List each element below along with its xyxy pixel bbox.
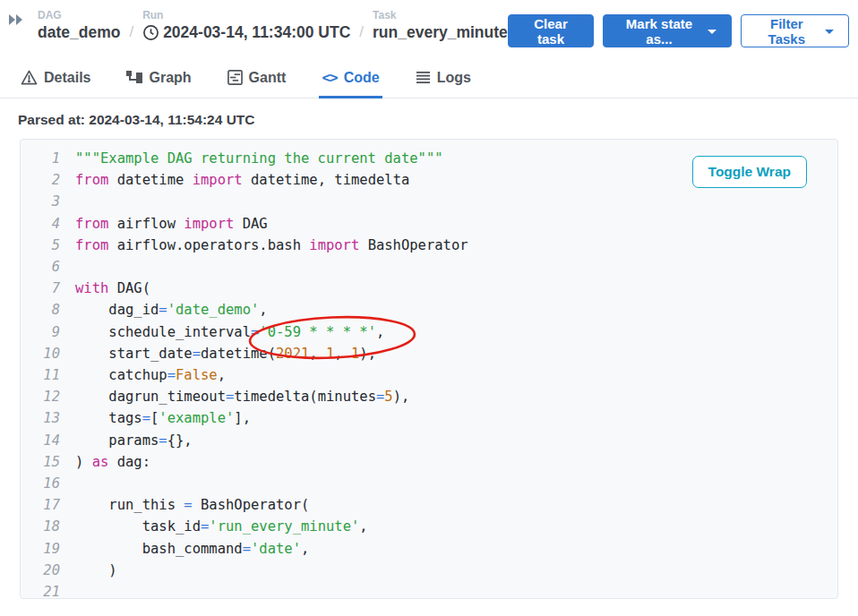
line-number: 6: [28, 256, 60, 278]
line-number: 16: [28, 473, 60, 494]
code-brackets-icon: <>: [322, 69, 337, 86]
page-header: DAG date_demo / Run 2024-03-14, 11:34:00…: [0, 0, 858, 47]
line-number: 19: [28, 538, 60, 560]
toggle-wrap-button[interactable]: Toggle Wrap: [692, 156, 807, 188]
line-number: 2: [28, 169, 60, 191]
breadcrumb: DAG date_demo / Run 2024-03-14, 11:34:00…: [7, 9, 508, 42]
line-number: 18: [28, 516, 60, 537]
line-number: 3: [28, 191, 60, 212]
chevron-down-icon: [708, 30, 716, 34]
tab-code-label: Code: [344, 70, 380, 86]
log-lines-icon: [416, 71, 431, 84]
code-line-text: params={},: [75, 430, 193, 451]
code-panel: 1"""Example DAG returning the current da…: [20, 139, 838, 599]
code-line: 10 start_date=datetime(2021, 1, 1),: [28, 343, 837, 364]
breadcrumb-run[interactable]: Run 2024-03-14, 11:34:00 UTC: [142, 9, 350, 42]
line-number: 4: [28, 213, 60, 235]
line-number: 13: [28, 407, 60, 429]
code-line: 4from airflow import DAG: [28, 213, 837, 235]
line-number: 17: [28, 494, 60, 516]
code-line-text: tags=['example'],: [75, 407, 251, 429]
dag-label: DAG: [38, 9, 120, 23]
gantt-chart-icon: [227, 70, 243, 85]
view-tabs: Details Graph Gantt <> Code Logs: [0, 62, 858, 98]
line-number: 5: [28, 235, 60, 256]
tab-code[interactable]: <> Code: [319, 62, 382, 98]
line-number: 11: [28, 364, 60, 386]
line-number: 1: [28, 148, 60, 169]
parsed-at-timestamp: Parsed at: 2024-03-14, 11:54:24 UTC: [18, 112, 858, 128]
code-line-text: from datetime import datetime, timedelta: [75, 169, 409, 191]
filter-tasks-label: Filter Tasks: [756, 16, 818, 47]
code-line-text: ) as dag:: [75, 451, 150, 473]
tab-gantt[interactable]: Gantt: [225, 62, 289, 98]
code-line: 11 catchup=False,: [28, 364, 837, 386]
mark-state-dropdown[interactable]: Mark state as...: [603, 14, 731, 47]
tab-graph[interactable]: Graph: [124, 62, 193, 98]
line-number: 7: [28, 278, 60, 299]
code-line: 14 params={},: [28, 430, 837, 451]
code-line-text: from airflow.operators.bash import BashO…: [75, 235, 468, 256]
collapse-breadcrumb-icon[interactable]: [7, 11, 27, 32]
tab-logs[interactable]: Logs: [413, 62, 474, 98]
code-line: 16: [28, 473, 837, 494]
breadcrumb-dag[interactable]: DAG date_demo: [38, 9, 120, 42]
code-line-text: dagrun_timeout=timedelta(minutes=5),: [75, 386, 409, 407]
tab-gantt-label: Gantt: [249, 70, 287, 86]
code-line: 13 tags=['example'],: [28, 407, 837, 429]
run-timestamp[interactable]: 2024-03-14, 11:34:00 UTC: [142, 23, 350, 42]
code-line-text: catchup=False,: [75, 364, 226, 386]
line-number: 14: [28, 430, 60, 451]
code-line: 3: [28, 191, 837, 212]
code-line-text: bash_command='date',: [75, 538, 309, 560]
code-line-text: with DAG(: [75, 278, 150, 299]
breadcrumb-separator: /: [129, 23, 133, 42]
code-line: 12 dagrun_timeout=timedelta(minutes=5),: [28, 386, 837, 407]
tab-graph-label: Graph: [149, 70, 191, 86]
code-line: 9 schedule_interval='0-59 * * * *',: [28, 321, 837, 343]
tab-details-label: Details: [44, 70, 90, 86]
dag-name[interactable]: date_demo: [38, 23, 120, 42]
line-number: 15: [28, 451, 60, 473]
dag-source-code: 1"""Example DAG returning the current da…: [28, 148, 837, 599]
code-line: 19 bash_command='date',: [28, 538, 837, 560]
tab-logs-label: Logs: [437, 70, 471, 86]
code-line-text: start_date=datetime(2021, 1, 1),: [75, 343, 376, 364]
code-line: 5from airflow.operators.bash import Bash…: [28, 235, 837, 256]
code-line: 15) as dag:: [28, 451, 837, 473]
code-line-text: task_id='run_every_minute',: [75, 516, 368, 537]
code-line: 18 task_id='run_every_minute',: [28, 516, 837, 537]
code-line: 7with DAG(: [28, 278, 837, 299]
run-timestamp-text: 2024-03-14, 11:34:00 UTC: [163, 23, 350, 42]
task-actions: Clear task Mark state as... Filter Tasks: [508, 9, 849, 47]
tab-details[interactable]: Details: [18, 62, 93, 98]
chevron-down-icon: [825, 30, 834, 34]
code-line-text: run_this = BashOperator(: [75, 494, 309, 516]
code-line: 20 ): [28, 560, 837, 581]
filter-tasks-dropdown[interactable]: Filter Tasks: [741, 14, 849, 47]
clock-icon: [142, 24, 159, 41]
breadcrumb-task[interactable]: Task run_every_minute: [373, 9, 508, 42]
code-line-text: """Example DAG returning the current dat…: [75, 148, 443, 169]
line-number: 20: [28, 560, 60, 581]
code-line-text: schedule_interval='0-59 * * * *',: [75, 321, 384, 343]
code-line: 6: [28, 256, 837, 278]
clear-task-label: Clear task: [523, 16, 579, 47]
code-line: 17 run_this = BashOperator(: [28, 494, 837, 516]
line-number: 12: [28, 386, 60, 407]
breadcrumb-separator: /: [359, 23, 364, 42]
warning-triangle-icon: [21, 70, 38, 85]
task-label: Task: [373, 9, 508, 23]
code-line: 21: [28, 581, 837, 599]
line-number: 8: [28, 299, 60, 321]
code-line-text: from airflow import DAG: [75, 213, 268, 235]
code-line: 8 dag_id='date_demo',: [28, 299, 837, 321]
code-line-text: ): [75, 560, 117, 581]
run-label: Run: [142, 9, 350, 23]
line-number: 9: [28, 321, 60, 343]
graph-nodes-icon: [126, 71, 142, 85]
task-name[interactable]: run_every_minute: [373, 23, 508, 42]
line-number: 10: [28, 343, 60, 364]
line-number: 21: [28, 581, 60, 599]
clear-task-button[interactable]: Clear task: [508, 14, 594, 47]
